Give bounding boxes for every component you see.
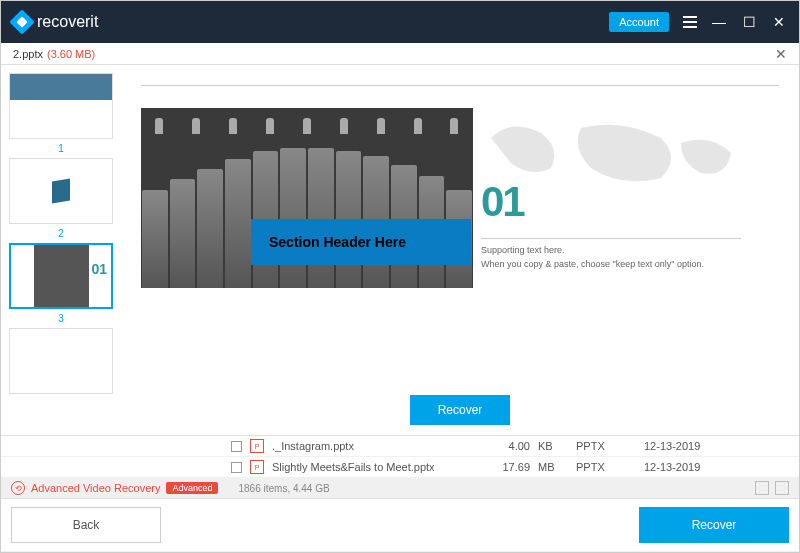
thumb-number-selected: 3 xyxy=(9,313,113,324)
file-name-cell: Slightly Meets&Fails to Meet.pptx xyxy=(272,461,452,473)
recover-preview-button[interactable]: Recover xyxy=(410,395,511,425)
preview-area: 1 2 01 3 Section Header Here 01 Supporti… xyxy=(1,65,799,435)
row-checkbox[interactable] xyxy=(231,462,242,473)
close-icon[interactable]: ✕ xyxy=(771,14,787,30)
advanced-video-recovery[interactable]: ⟲ Advanced Video Recovery Advanced xyxy=(11,481,218,495)
back-button[interactable]: Back xyxy=(11,507,161,543)
slide-thumb-4[interactable] xyxy=(9,328,113,394)
list-view-icon[interactable] xyxy=(775,481,789,495)
slide-thumb-3[interactable]: 01 xyxy=(9,243,113,309)
menu-icon[interactable] xyxy=(683,16,697,28)
thumb-number: 2 xyxy=(9,228,113,239)
app-name: recoverit xyxy=(37,13,98,31)
file-type-cell: PPTX xyxy=(576,440,636,452)
items-summary: 1866 items, 4.44 GB xyxy=(238,483,329,494)
preview-filesize: (3.60 MB) xyxy=(47,48,95,60)
file-size-cell: 17.69 xyxy=(460,461,530,473)
footer-bar: Back Recover xyxy=(1,498,799,551)
preview-filename: 2.pptx xyxy=(13,48,43,60)
file-name-cell: ._Instagram.pptx xyxy=(272,440,452,452)
section-header-box: Section Header Here xyxy=(251,219,471,265)
status-bar: ⟲ Advanced Video Recovery Advanced 1866 … xyxy=(1,478,799,498)
file-info-bar: 2.pptx (3.60 MB) ✕ xyxy=(1,43,799,65)
file-unit-cell: MB xyxy=(538,461,568,473)
slide-thumb-2[interactable] xyxy=(9,158,113,224)
titlebar: recoverit Account — ☐ ✕ xyxy=(1,1,799,43)
thumbnail-strip: 1 2 01 3 xyxy=(1,65,121,435)
file-unit-cell: KB xyxy=(538,440,568,452)
pptx-icon: P xyxy=(250,439,264,453)
file-date-cell: 12-13-2019 xyxy=(644,461,724,473)
grid-view-icon[interactable] xyxy=(755,481,769,495)
pptx-icon: P xyxy=(250,460,264,474)
thumb-number: 1 xyxy=(9,143,113,154)
slide-thumb-1[interactable] xyxy=(9,73,113,139)
file-size-cell: 4.00 xyxy=(460,440,530,452)
table-row[interactable]: P Slightly Meets&Fails to Meet.pptx 17.6… xyxy=(1,457,799,478)
minimize-icon[interactable]: — xyxy=(711,14,727,30)
file-date-cell: 12-13-2019 xyxy=(644,440,724,452)
file-type-cell: PPTX xyxy=(576,461,636,473)
supporting-text: Supporting text here. When you copy & pa… xyxy=(481,238,741,272)
slide-preview: Section Header Here 01 Supporting text h… xyxy=(121,65,799,435)
advanced-badge: Advanced xyxy=(166,482,218,494)
file-list: P ._Instagram.pptx 4.00 KB PPTX 12-13-20… xyxy=(1,435,799,478)
table-row[interactable]: P ._Instagram.pptx 4.00 KB PPTX 12-13-20… xyxy=(1,436,799,457)
app-logo: recoverit xyxy=(13,13,98,31)
recover-button[interactable]: Recover xyxy=(639,507,789,543)
close-preview-icon[interactable]: ✕ xyxy=(775,46,787,62)
maximize-icon[interactable]: ☐ xyxy=(741,14,757,30)
row-checkbox[interactable] xyxy=(231,441,242,452)
video-recovery-icon: ⟲ xyxy=(11,481,25,495)
logo-icon xyxy=(9,9,34,34)
account-button[interactable]: Account xyxy=(609,12,669,32)
slide-number: 01 xyxy=(481,178,524,226)
